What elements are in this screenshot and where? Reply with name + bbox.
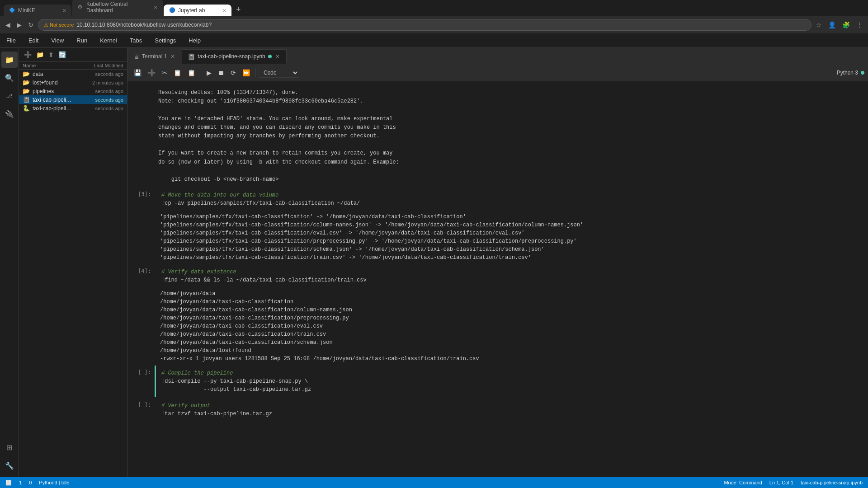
cell-type-select[interactable]: Code Markdown Raw bbox=[259, 68, 299, 78]
extensions-button[interactable]: 🧩 bbox=[840, 19, 852, 30]
folder-icon-lost: 📂 bbox=[23, 79, 30, 86]
cell-3-input[interactable]: # Move the data into our data volume !cp… bbox=[155, 188, 868, 211]
run-button[interactable]: ▶ bbox=[204, 67, 214, 78]
interrupt-button[interactable]: ⏹ bbox=[215, 67, 227, 78]
cell-3-number: [3]: bbox=[127, 188, 155, 263]
file-modified-notebook: seconds ago bbox=[74, 97, 123, 103]
forward-button[interactable]: ▶ bbox=[15, 19, 24, 30]
file-name-lost: lost+found bbox=[33, 80, 74, 86]
menu-file[interactable]: File bbox=[4, 36, 19, 45]
terminal-tab-close[interactable]: ✕ bbox=[170, 53, 176, 60]
main-content-area: 🖥 Terminal 1 ✕ 📓 taxi-cab-pipeline-snap.… bbox=[127, 48, 868, 477]
cell-6-number: [ ]: bbox=[127, 398, 155, 422]
jupyter-tab-label: JupyterLab bbox=[178, 7, 205, 14]
file-list: 📂 data seconds ago 📂 lost+found 2 minute… bbox=[19, 70, 127, 477]
git-output: Resolving deltas: 100% (13347/13347), do… bbox=[158, 89, 841, 184]
menu-bar: File Edit View Run Kernel Tabs Settings … bbox=[0, 33, 868, 48]
menu-edit[interactable]: Edit bbox=[26, 36, 41, 45]
folder-icon-pipelines: 📂 bbox=[23, 88, 30, 94]
jupyter-tab-close[interactable]: ✕ bbox=[222, 8, 226, 13]
cell-3-code: !cp -av pipelines/samples/tfx/taxi-cab-c… bbox=[161, 200, 360, 206]
terminal-icon: 🖥 bbox=[133, 53, 139, 60]
url-text: 10.10.10.10:8080/notebook/kubeflow-user/… bbox=[76, 22, 212, 28]
terminal-tab-label: Terminal 1 bbox=[142, 53, 167, 60]
refresh-files-button[interactable]: 🔄 bbox=[57, 50, 67, 60]
jupyter-favicon: 🔵 bbox=[169, 7, 175, 14]
sidebar-icon-bottom1[interactable]: ⊞ bbox=[1, 439, 18, 455]
sidebar-icon-files[interactable]: 📁 bbox=[1, 52, 18, 68]
cell-5-input[interactable]: # Compile the pipeline !dsl-compile --py… bbox=[155, 366, 868, 397]
cell-6-input[interactable]: # Verify output !tar tzvf taxi-cab-pipel… bbox=[155, 398, 868, 422]
bookmark-button[interactable]: ☆ bbox=[814, 19, 824, 30]
menu-run[interactable]: Run bbox=[74, 36, 90, 45]
active-cell-indicator bbox=[155, 366, 156, 397]
new-file-button[interactable]: ➕ bbox=[23, 50, 33, 60]
cell-5-code: !dsl-compile --py taxi-cab-pipeline-snap… bbox=[161, 378, 308, 385]
cell-4-body[interactable]: # Verify data existence !find ~/data && … bbox=[155, 264, 868, 365]
restart-button[interactable]: ⟳ bbox=[228, 67, 239, 78]
minikf-favicon: 🔷 bbox=[9, 7, 15, 14]
back-button[interactable]: ◀ bbox=[4, 19, 12, 30]
file-item-data[interactable]: 📂 data seconds ago bbox=[19, 70, 127, 78]
menu-tabs[interactable]: Tabs bbox=[127, 36, 145, 45]
cell-3: [3]: # Move the data into our data volum… bbox=[127, 188, 868, 263]
browser-tab-minikf[interactable]: 🔷 MiniKF ✕ bbox=[4, 5, 71, 16]
notebook-main-tab[interactable]: 📓 taxi-cab-pipeline-snap.ipynb ✕ bbox=[182, 49, 286, 64]
cell-5-body[interactable]: # Compile the pipeline !dsl-compile --py… bbox=[155, 366, 868, 397]
copy-button[interactable]: 📋 bbox=[171, 67, 184, 78]
sidebar-icon-extensions[interactable]: 🔌 bbox=[1, 106, 18, 122]
notebook-tab-icon: 📓 bbox=[188, 53, 195, 60]
refresh-button[interactable]: ↻ bbox=[26, 19, 35, 30]
cell-4-input[interactable]: # Verify data existence !find ~/data && … bbox=[155, 264, 868, 288]
notebook-content: Resolving deltas: 100% (13347/13347), do… bbox=[127, 81, 868, 477]
menu-settings[interactable]: Settings bbox=[152, 36, 179, 45]
browser-tab-jupyter[interactable]: 🔵 JupyterLab ✕ bbox=[164, 5, 231, 16]
status-cursor: Ln 1, Col 1 bbox=[769, 480, 793, 485]
file-name-data: data bbox=[33, 71, 74, 77]
file-name-pipelines: pipelines bbox=[33, 88, 74, 94]
minikf-tab-close[interactable]: ✕ bbox=[62, 8, 66, 13]
browser-tab-kubeflow[interactable]: ⚙ Kubeflow Central Dashboard ✕ bbox=[72, 0, 163, 16]
file-item-notebook[interactable]: 📓 taxi-cab-pipeline-snap.ip... seconds a… bbox=[19, 95, 127, 104]
kernel-indicator: Python 3 bbox=[837, 70, 864, 76]
file-item-lost[interactable]: 📂 lost+found 2 minutes ago bbox=[19, 78, 127, 87]
upload-button[interactable]: ⬆ bbox=[47, 50, 55, 60]
cut-button[interactable]: ✂ bbox=[159, 67, 170, 78]
new-tab-button[interactable]: + bbox=[232, 3, 245, 16]
address-bar[interactable]: ⚠ Not secure 10.10.10.10:8080/notebook/k… bbox=[38, 19, 811, 31]
menu-help[interactable]: Help bbox=[186, 36, 203, 45]
paste-button[interactable]: 📋 bbox=[185, 67, 198, 78]
user-button[interactable]: 👤 bbox=[826, 19, 838, 30]
cell-6: [ ]: # Verify output !tar tzvf taxi-cab-… bbox=[127, 398, 868, 422]
kubeflow-tab-label: Kubeflow Central Dashboard bbox=[86, 1, 151, 14]
toolbar-separator-1 bbox=[201, 68, 201, 77]
file-item-py[interactable]: 🐍 taxi-cab-pipeline-snap.py seconds ago bbox=[19, 104, 127, 113]
cell-5: [ ]: # Compile the pipeline !dsl-compile… bbox=[127, 366, 868, 397]
file-item-pipelines[interactable]: 📂 pipelines seconds ago bbox=[19, 87, 127, 95]
restart-run-button[interactable]: ⏩ bbox=[240, 67, 253, 78]
file-panel-toolbar: ➕ 📁 ⬆ 🔄 bbox=[19, 48, 127, 62]
terminal-tab[interactable]: 🖥 Terminal 1 ✕ bbox=[127, 49, 182, 64]
file-modified-py: seconds ago bbox=[74, 106, 123, 111]
status-mode: Python3 | Idle bbox=[39, 480, 69, 485]
add-cell-button[interactable]: ➕ bbox=[145, 67, 158, 78]
notebook-tab-close[interactable]: ✕ bbox=[274, 53, 281, 60]
kernel-status-dot bbox=[861, 71, 864, 75]
menu-view[interactable]: View bbox=[48, 36, 66, 45]
new-folder-button[interactable]: 📁 bbox=[35, 50, 45, 60]
sidebar-icon-git[interactable]: ⎇ bbox=[1, 88, 18, 104]
cell-4-code: !find ~/data && ls -la ~/data/taxi-cab-c… bbox=[161, 277, 367, 283]
toolbar-separator-2 bbox=[255, 68, 256, 77]
python-icon: 🐍 bbox=[23, 105, 30, 112]
menu-button[interactable]: ⋮ bbox=[854, 19, 864, 30]
cell-3-body[interactable]: # Move the data into our data volume !cp… bbox=[155, 188, 868, 263]
save-button[interactable]: 💾 bbox=[131, 67, 144, 78]
sidebar-icon-search[interactable]: 🔍 bbox=[1, 70, 18, 86]
menu-kernel[interactable]: Kernel bbox=[97, 36, 120, 45]
notebook-icon: 📓 bbox=[23, 96, 30, 103]
cell-6-body[interactable]: # Verify output !tar tzvf taxi-cab-pipel… bbox=[155, 398, 868, 422]
sidebar-icon-panel: 📁 🔍 ⎇ 🔌 ⊞ 🔧 bbox=[0, 48, 19, 477]
cell-4-number: [4]: bbox=[127, 264, 155, 365]
kubeflow-tab-close[interactable]: ✕ bbox=[154, 5, 157, 10]
sidebar-icon-bottom2[interactable]: 🔧 bbox=[1, 457, 18, 474]
